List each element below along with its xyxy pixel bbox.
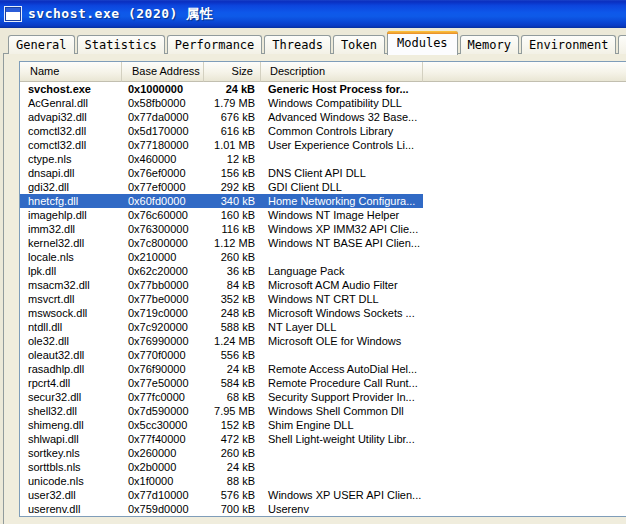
module-row-locale.nls[interactable]: locale.nls0x210000260 kB [20,250,626,264]
module-row-msvcrt.dll[interactable]: msvcrt.dll0x77be0000352 kBWindows NT CRT… [20,292,626,306]
module-row-gdi32.dll[interactable]: gdi32.dll0x77ef0000292 kBGDI Client DLL [20,180,626,194]
module-row-ntdll.dll[interactable]: ntdll.dll0x7c920000588 kBNT Layer DLL [20,320,626,334]
module-row-AcGenral.dll[interactable]: AcGenral.dll0x58fb00001.79 MBWindows Com… [20,96,626,110]
cell-desc: Security Support Provider In... [261,390,423,404]
cell-size: 616 kB [204,124,261,138]
module-row-hnetcfg.dll[interactable]: hnetcfg.dll0x60fd0000340 kBHome Networki… [20,194,626,208]
cell-base: 0x7c920000 [122,320,204,334]
tab-environment[interactable]: Environment [521,35,616,54]
module-row-shell32.dll[interactable]: shell32.dll0x7d5900007.95 MBWindows Shel… [20,404,626,418]
cell-desc: Generic Host Process for... [261,82,423,96]
cell-size: 588 kB [204,320,261,334]
module-row-comctl32.dll[interactable]: comctl32.dll0x5d170000616 kBCommon Contr… [20,124,626,138]
cell-size: 1.79 MB [204,96,261,110]
cell-desc: Microsoft ACM Audio Filter [261,278,423,292]
cell-base: 0x76f90000 [122,362,204,376]
titlebar[interactable]: svchost.exe (2020) 属性 [0,0,626,28]
module-row-svchost.exe[interactable]: svchost.exe0x100000024 kBGeneric Host Pr… [20,82,626,96]
cell-base: 0x77e50000 [122,376,204,390]
cell-base: 0x58fb0000 [122,96,204,110]
cell-base: 0x2b0000 [122,460,204,474]
module-row-shlwapi.dll[interactable]: shlwapi.dll0x77f40000472 kBShell Light-w… [20,432,626,446]
module-row-ole32.dll[interactable]: ole32.dll0x769900001.24 MBMicrosoft OLE … [20,334,626,348]
tab-general[interactable]: General [8,35,75,54]
cell-size: 88 kB [204,474,261,488]
module-row-imm32.dll[interactable]: imm32.dll0x76300000116 kBWindows XP IMM3… [20,222,626,236]
column-header-base-address[interactable]: Base Address [122,62,204,82]
module-row-oleaut32.dll[interactable]: oleaut32.dll0x770f0000556 kB [20,348,626,362]
cell-size: 7.95 MB [204,404,261,418]
cell-name: unicode.nls [20,474,122,488]
window-title: svchost.exe (2020) 属性 [28,5,213,23]
module-row-sorttbls.nls[interactable]: sorttbls.nls0x2b000024 kB [20,460,626,474]
column-header-size[interactable]: Size [204,62,261,82]
cell-base: 0x210000 [122,250,204,264]
cell-size: 676 kB [204,110,261,124]
module-row-advapi32.dll[interactable]: advapi32.dll0x77da0000676 kBAdvanced Win… [20,110,626,124]
module-row-mswsock.dll[interactable]: mswsock.dll0x719c0000248 kBMicrosoft Win… [20,306,626,320]
module-row-lpk.dll[interactable]: lpk.dll0x62c2000036 kBLanguage Pack [20,264,626,278]
cell-desc [261,348,423,362]
process-properties-window: svchost.exe (2020) 属性 GeneralStatisticsP… [0,0,626,524]
cell-desc: Shim Engine DLL [261,418,423,432]
cell-base: 0x77be0000 [122,292,204,306]
cell-desc: Home Networking Configura... [261,194,423,208]
cell-base: 0x5d170000 [122,124,204,138]
cell-name: sortkey.nls [20,446,122,460]
cell-name: imm32.dll [20,222,122,236]
cell-size: 700 kB [204,502,261,516]
cell-name: kernel32.dll [20,236,122,250]
module-row-kernel32.dll[interactable]: kernel32.dll0x7c8000001.12 MBWindows NT … [20,236,626,250]
module-row-userenv.dll[interactable]: userenv.dll0x759d0000700 kBUserenv [20,502,626,516]
cell-desc: Remote Access AutoDial Hel... [261,362,423,376]
module-row-comctl32.dll[interactable]: comctl32.dll0x771800001.01 MBUser Experi… [20,138,626,152]
cell-desc [261,152,423,166]
cell-name: rpcrt4.dll [20,376,122,390]
cell-desc [261,446,423,460]
cell-base: 0x76c60000 [122,208,204,222]
app-window-icon[interactable] [5,7,21,21]
module-row-rasadhlp.dll[interactable]: rasadhlp.dll0x76f9000024 kBRemote Access… [20,362,626,376]
cell-base: 0x77f40000 [122,432,204,446]
cell-desc [261,250,423,264]
cell-size: 248 kB [204,306,261,320]
tab-threads[interactable]: Threads [264,35,331,54]
cell-size: 152 kB [204,418,261,432]
module-row-user32.dll[interactable]: user32.dll0x77d10000576 kBWindows XP USE… [20,488,626,502]
tab-statistics[interactable]: Statistics [77,35,165,54]
cell-size: 352 kB [204,292,261,306]
module-row-dnsapi.dll[interactable]: dnsapi.dll0x76ef0000156 kBDNS Client API… [20,166,626,180]
module-row-shimeng.dll[interactable]: shimeng.dll0x5cc30000152 kBShim Engine D… [20,418,626,432]
tab-memory[interactable]: Memory [460,35,519,54]
cell-size: 24 kB [204,362,261,376]
cell-name: mswsock.dll [20,306,122,320]
tab-handles[interactable]: Handles [618,35,626,54]
cell-name: ole32.dll [20,334,122,348]
cell-size: 24 kB [204,460,261,474]
cell-name: msvcrt.dll [20,292,122,306]
cell-desc: Remote Procedure Call Runt... [261,376,423,390]
tab-performance[interactable]: Performance [167,35,262,54]
tab-modules[interactable]: Modules [387,31,458,55]
cell-name: shell32.dll [20,404,122,418]
cell-desc: Windows NT CRT DLL [261,292,423,306]
module-row-imagehlp.dll[interactable]: imagehlp.dll0x76c60000160 kBWindows NT I… [20,208,626,222]
cell-name: ntdll.dll [20,320,122,334]
column-header-filler [423,62,626,82]
cell-desc: Windows NT BASE API Clien... [261,236,423,250]
module-row-unicode.nls[interactable]: unicode.nls0x1f000088 kB [20,474,626,488]
cell-desc: Windows XP USER API Clien... [261,488,423,502]
module-row-msacm32.dll[interactable]: msacm32.dll0x77bb000084 kBMicrosoft ACM … [20,278,626,292]
cell-name: comctl32.dll [20,138,122,152]
module-row-sortkey.nls[interactable]: sortkey.nls0x260000260 kB [20,446,626,460]
column-header-description[interactable]: Description [261,62,423,82]
tab-token[interactable]: Token [333,35,385,54]
cell-name: shlwapi.dll [20,432,122,446]
cell-name: imagehlp.dll [20,208,122,222]
cell-size: 68 kB [204,390,261,404]
module-row-ctype.nls[interactable]: ctype.nls0x46000012 kB [20,152,626,166]
module-row-rpcrt4.dll[interactable]: rpcrt4.dll0x77e50000584 kBRemote Procedu… [20,376,626,390]
cell-name: shimeng.dll [20,418,122,432]
module-row-secur32.dll[interactable]: secur32.dll0x77fc000068 kBSecurity Suppo… [20,390,626,404]
column-header-name[interactable]: Name [20,62,122,82]
